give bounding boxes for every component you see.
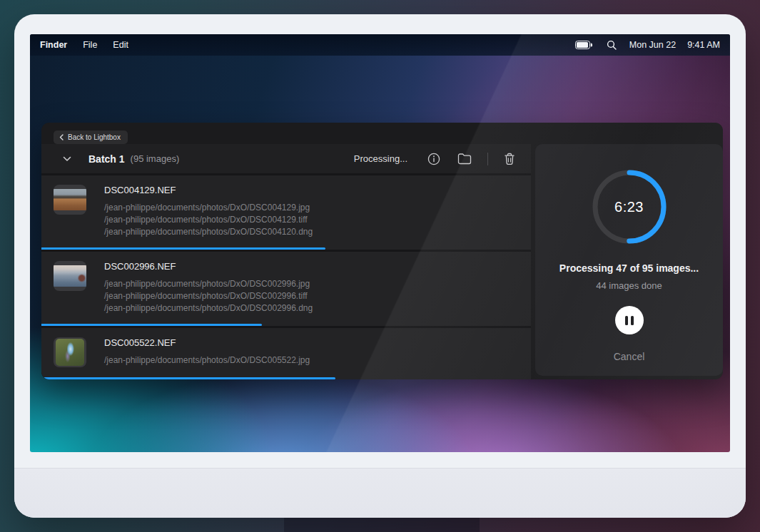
- file-row[interactable]: DSC005522.NEF /jean-philippe/documents/p…: [41, 328, 531, 379]
- file-output-path: /jean-philippe/documents/photos/DxO/DSC0…: [104, 290, 313, 302]
- file-row[interactable]: DSC004129.NEF /jean-philippe/documents/p…: [41, 175, 531, 250]
- file-output-path: /jean-philippe/documents/photos/DxO/DSC0…: [104, 202, 313, 214]
- file-output-path: /jean-philippe/documents/photos/DxO/DSC0…: [104, 278, 313, 290]
- monitor-chin: [14, 468, 746, 518]
- file-progress-bar: [41, 377, 335, 379]
- menu-item-edit[interactable]: Edit: [113, 40, 128, 50]
- file-name: DSC002996.NEF: [104, 261, 313, 272]
- search-icon[interactable]: [605, 39, 618, 51]
- back-button-label: Back to Lightbox: [68, 133, 121, 141]
- processing-status: Processing 47 of 95 images...: [559, 262, 699, 274]
- processing-panel: 6:23 Processing 47 of 95 images... 44 im…: [535, 144, 723, 376]
- file-row[interactable]: DSC002996.NEF /jean-philippe/documents/p…: [41, 252, 531, 326]
- monitor-frame: Finder File Edit Mon: [14, 14, 746, 518]
- chevron-down-icon[interactable]: [61, 155, 73, 163]
- file-name: DSC004129.NEF: [104, 185, 313, 195]
- chevron-left-icon: [59, 134, 64, 140]
- file-output-path: /jean-philippe/documents/photos/DxO/DSC0…: [104, 226, 313, 238]
- info-icon[interactable]: [426, 151, 442, 167]
- battery-icon[interactable]: [574, 39, 594, 51]
- file-output-path: /jean-philippe/documents/photos/DxO/DSC0…: [104, 354, 310, 367]
- screen: Finder File Edit Mon: [30, 34, 730, 452]
- file-progress-bar: [41, 324, 262, 326]
- file-output-path: /jean-philippe/documents/photos/DxO/DSC0…: [104, 302, 313, 314]
- images-done-count: 44 images done: [596, 280, 662, 291]
- batch-list-column: Batch 1 (95 images) Processing...: [41, 144, 531, 379]
- cancel-button[interactable]: Cancel: [614, 351, 645, 362]
- file-thumbnail: [54, 185, 86, 215]
- menu-time[interactable]: 9:41 AM: [687, 40, 720, 50]
- file-progress-bar: [41, 247, 325, 250]
- header-divider: [487, 153, 488, 165]
- monitor-stand: [284, 518, 480, 532]
- batch-status-label: Processing...: [354, 153, 407, 164]
- window-toolbar: Back to Lightbox: [41, 123, 723, 144]
- batch-processing-window: Back to Lightbox Batch 1 (95 images): [41, 123, 723, 379]
- time-remaining: 6:23: [590, 168, 669, 246]
- batch-title: Batch 1: [88, 153, 125, 165]
- file-name: DSC005522.NEF: [104, 337, 310, 348]
- file-output-path: /jean-philippe/documents/photos/DxO/DSC0…: [104, 214, 313, 226]
- menu-item-file[interactable]: File: [83, 40, 97, 50]
- menu-date[interactable]: Mon Jun 22: [629, 40, 676, 50]
- batch-header[interactable]: Batch 1 (95 images) Processing...: [41, 144, 531, 173]
- trash-icon[interactable]: [502, 151, 517, 167]
- batch-count: (95 images): [131, 153, 180, 164]
- menu-bar: Finder File Edit Mon: [30, 34, 730, 56]
- back-to-lightbox-button[interactable]: Back to Lightbox: [54, 131, 128, 144]
- progress-ring: 6:23: [590, 168, 669, 246]
- file-thumbnail: [54, 337, 86, 367]
- menu-app-name[interactable]: Finder: [40, 40, 67, 50]
- file-thumbnail: [54, 261, 86, 291]
- pause-button[interactable]: [615, 306, 644, 334]
- folder-icon[interactable]: [456, 151, 473, 166]
- pause-icon: [625, 316, 628, 325]
- file-list: DSC004129.NEF /jean-philippe/documents/p…: [41, 175, 531, 379]
